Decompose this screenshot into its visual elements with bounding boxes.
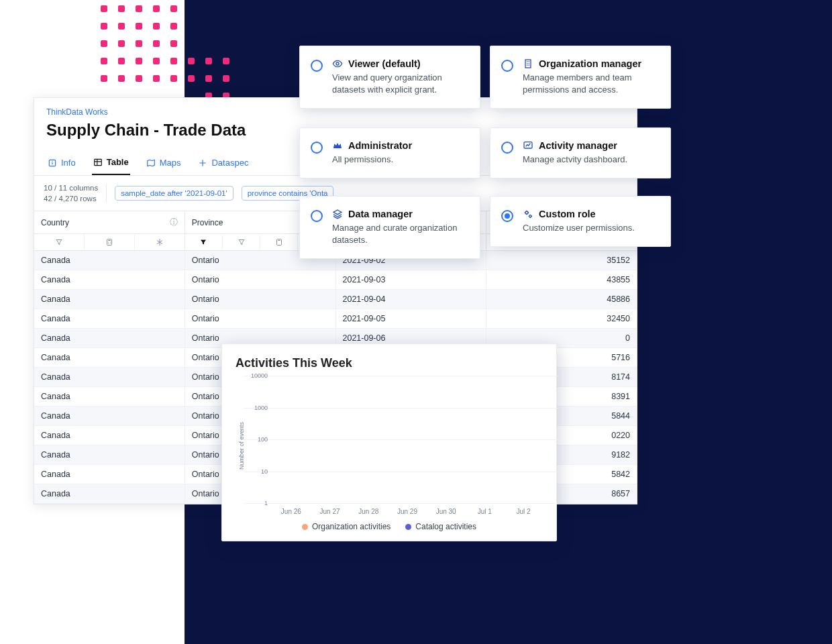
role-card-orgmanager[interactable]: Organization manager Manage members and … (490, 46, 671, 109)
radio-icon[interactable] (311, 60, 323, 72)
table-icon (93, 158, 103, 167)
svg-point-4 (336, 62, 339, 65)
cell-country: Canada (34, 270, 185, 289)
svg-rect-1 (94, 159, 101, 165)
layers-icon (332, 209, 343, 219)
tab-table[interactable]: Table (92, 150, 130, 175)
cell-province: Ontario (185, 270, 336, 289)
cell-country: Canada (34, 445, 185, 464)
cell-country: Canada (34, 348, 185, 367)
cell-country: Canada (34, 251, 185, 270)
cell-country: Canada (34, 368, 185, 386)
legend-org: Organization activities (302, 522, 391, 531)
activity-icon (523, 140, 533, 151)
cell-date: 2021-09-04 (336, 290, 487, 309)
radio-icon[interactable] (311, 142, 323, 154)
cell-value: 32450 (486, 309, 637, 328)
svg-point-7 (525, 211, 528, 214)
cell-country: Canada (34, 290, 185, 309)
role-card-datamgr[interactable]: Data manager Manage and curate organizat… (299, 196, 480, 259)
ytick-label: 10 (245, 468, 268, 475)
ytick-label: 1 (245, 500, 268, 506)
xtick-label: Jun 30 (433, 508, 460, 515)
cell-country: Canada (34, 465, 185, 484)
tab-dataspec[interactable]: Dataspec (197, 150, 250, 175)
chart-legend: Organization activities Catalog activiti… (236, 522, 543, 531)
table-row[interactable]: CanadaOntario2021-09-0343855 (34, 270, 637, 290)
role-card-viewer[interactable]: Viewer (default) View and query organiza… (299, 46, 480, 109)
cell-country: Canada (34, 426, 185, 445)
info-icon (48, 158, 57, 168)
pink-dot-decoration (101, 5, 248, 99)
radio-icon-selected[interactable] (501, 210, 513, 222)
maps-icon (146, 158, 156, 168)
tab-info[interactable]: Info (46, 150, 77, 175)
chart-title: Activities This Week (236, 356, 543, 370)
table-row[interactable]: CanadaOntario2021-09-0445886 (34, 290, 637, 309)
building-icon (523, 58, 533, 69)
xtick-label: Jun 28 (355, 508, 382, 515)
xtick-label: Jun 29 (394, 508, 421, 515)
cell-country: Canada (34, 387, 185, 406)
cell-country: Canada (34, 309, 185, 328)
xtick-label: Jun 27 (317, 508, 344, 515)
legend-cat: Catalog activities (405, 522, 476, 531)
chart-plot-area: 110100100010000 (245, 376, 543, 504)
filter-chip-date[interactable]: sample_date after '2021-09-01' (115, 186, 233, 201)
activities-chart-panel: Activities This Week Number of events 11… (221, 343, 557, 541)
cell-country: Canada (34, 407, 185, 425)
cell-value: 35152 (486, 251, 637, 270)
cell-value: 43855 (486, 270, 637, 289)
cell-date: 2021-09-03 (336, 270, 487, 289)
xtick-label: Jun 26 (278, 508, 305, 515)
svg-rect-2 (107, 239, 111, 246)
ytick-label: 10000 (245, 372, 268, 379)
cell-province: Ontario (185, 290, 336, 309)
xtick-label: Jul 1 (471, 508, 498, 515)
radio-icon[interactable] (501, 60, 513, 72)
calculator-icon[interactable] (260, 234, 298, 250)
svg-rect-3 (276, 239, 281, 246)
cell-country: Canada (34, 329, 185, 347)
cell-country: Canada (34, 484, 185, 503)
divider (106, 184, 107, 203)
tab-maps[interactable]: Maps (145, 150, 183, 175)
filter-icon[interactable] (34, 234, 85, 250)
filter-outline-icon[interactable] (223, 234, 260, 250)
svg-rect-5 (525, 60, 531, 68)
gears-icon (523, 209, 533, 219)
cell-date: 2021-09-05 (336, 309, 487, 328)
ytick-label: 1000 (245, 405, 268, 411)
cell-province: Ontario (185, 309, 336, 328)
crown-icon (332, 140, 343, 151)
chart-xaxis: Jun 26Jun 27Jun 28Jun 29Jun 30Jul 1Jul 2 (272, 508, 543, 515)
svg-point-8 (529, 215, 531, 217)
row-col-counts: 10 / 11 columns 42 / 4,270 rows (44, 182, 98, 204)
role-card-custom[interactable]: Custom role Customize user permissions. (490, 196, 671, 247)
dataspec-icon (198, 158, 207, 168)
info-icon[interactable]: ⓘ (170, 217, 178, 228)
filter-icon[interactable] (185, 234, 223, 250)
table-row[interactable]: CanadaOntario2021-09-0532450 (34, 309, 637, 329)
role-card-activity[interactable]: Activity manager Manage actvity dashboar… (490, 127, 671, 178)
cell-value: 45886 (486, 290, 637, 309)
xtick-label: Jul 2 (510, 508, 537, 515)
radio-icon[interactable] (501, 142, 513, 154)
calculator-icon[interactable] (85, 234, 135, 250)
radio-icon[interactable] (311, 210, 323, 222)
ytick-label: 100 (245, 436, 268, 443)
eye-icon (332, 58, 343, 69)
role-card-admin[interactable]: Administrator All permissions. (299, 127, 480, 178)
column-header-country[interactable]: Country ⓘ (34, 211, 185, 233)
snowflake-icon[interactable] (135, 234, 185, 250)
